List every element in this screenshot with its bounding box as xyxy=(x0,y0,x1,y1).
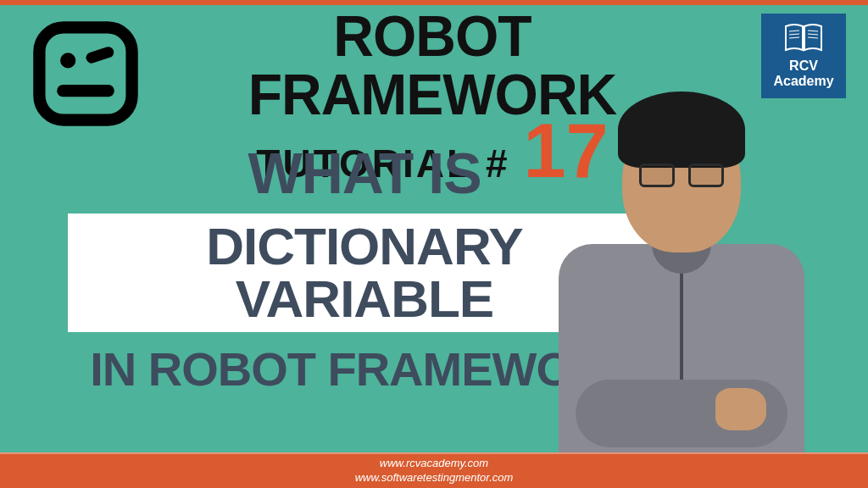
rcv-line1: RCV xyxy=(789,58,818,73)
footer-url-1: www.rcvacademy.com xyxy=(380,457,488,471)
svg-line-6 xyxy=(789,37,799,38)
svg-rect-0 xyxy=(39,27,131,119)
rcv-academy-badge: RCV Academy xyxy=(761,14,846,98)
footer-url-2: www.softwaretestingmentor.com xyxy=(355,471,514,485)
open-book-icon xyxy=(784,23,823,53)
svg-line-5 xyxy=(789,34,799,35)
svg-line-9 xyxy=(808,37,818,38)
robot-framework-logo-icon xyxy=(31,19,141,129)
rcv-badge-text: RCV Academy xyxy=(773,58,833,88)
presenter-photo xyxy=(554,92,809,464)
svg-rect-2 xyxy=(85,45,115,64)
svg-line-8 xyxy=(808,34,818,35)
rcv-line2: Academy xyxy=(773,74,833,88)
footer-bar: www.rcvacademy.com www.softwaretestingme… xyxy=(0,452,868,488)
svg-line-7 xyxy=(808,30,818,31)
svg-rect-3 xyxy=(57,85,114,97)
svg-point-1 xyxy=(60,53,75,68)
svg-line-4 xyxy=(789,30,799,31)
